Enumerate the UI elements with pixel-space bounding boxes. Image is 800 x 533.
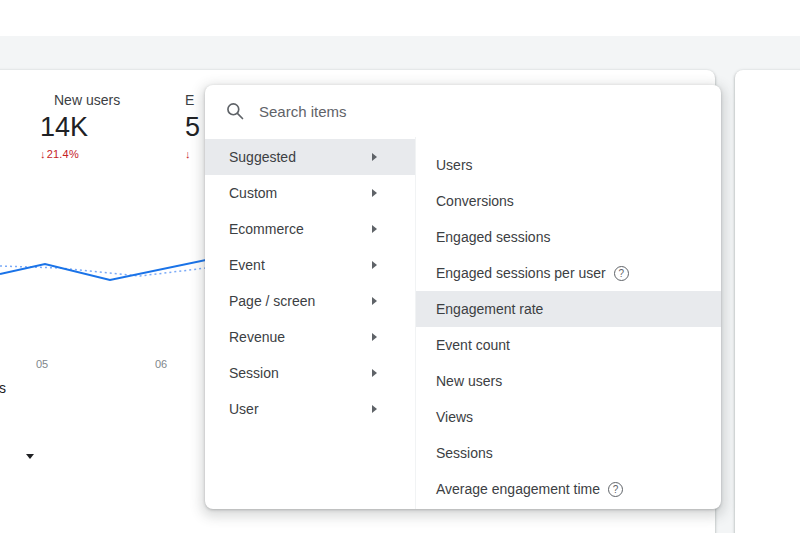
- metric-item-label: Event count: [436, 337, 510, 353]
- category-session[interactable]: Session: [205, 355, 415, 391]
- category-custom[interactable]: Custom: [205, 175, 415, 211]
- search-icon: [225, 101, 245, 121]
- chevron-right-icon: [372, 333, 377, 341]
- search-input[interactable]: [259, 103, 659, 120]
- metric-picker-dialog: Suggested Custom Ecommerce Event Page / …: [205, 85, 721, 509]
- chevron-right-icon: [372, 225, 377, 233]
- metric-new-users[interactable]: New users 14K ↓21.4%: [40, 92, 120, 160]
- category-label: Page / screen: [229, 293, 315, 309]
- metric-value: 5: [185, 112, 200, 142]
- metric-item-label: Conversions: [436, 193, 514, 209]
- x-axis-tick: 05: [36, 358, 48, 370]
- chevron-right-icon: [372, 261, 377, 269]
- top-app-bar: [0, 0, 800, 36]
- metric-item-label: Engaged sessions per user: [436, 265, 606, 281]
- metric-change-value: 21.4%: [47, 148, 79, 160]
- chevron-right-icon: [372, 297, 377, 305]
- metric-item-sessions[interactable]: Sessions: [416, 435, 721, 471]
- category-suggested[interactable]: Suggested: [205, 139, 415, 175]
- metric-value: 14K: [40, 112, 120, 142]
- category-ecommerce[interactable]: Ecommerce: [205, 211, 415, 247]
- category-revenue[interactable]: Revenue: [205, 319, 415, 355]
- category-label: Ecommerce: [229, 221, 304, 237]
- picker-columns: Suggested Custom Ecommerce Event Page / …: [205, 137, 721, 509]
- category-user[interactable]: User: [205, 391, 415, 427]
- metric-label: New users: [54, 92, 120, 108]
- category-page-screen[interactable]: Page / screen: [205, 283, 415, 319]
- category-list: Suggested Custom Ecommerce Event Page / …: [205, 137, 415, 509]
- metric-item-new-users[interactable]: New users: [416, 363, 721, 399]
- metric-change: ↓: [185, 148, 200, 160]
- metric-item-event-count[interactable]: Event count: [416, 327, 721, 363]
- metric-engaged-partial[interactable]: E 5 ↓: [185, 92, 200, 160]
- metric-change: ↓21.4%: [40, 148, 120, 160]
- metric-item-label: New users: [436, 373, 502, 389]
- metric-item-label: Users: [436, 157, 473, 173]
- metric-item-label: Sessions: [436, 445, 493, 461]
- metric-label: E: [185, 92, 200, 108]
- metric-item-label: Average engagement time: [436, 481, 600, 497]
- metric-item-label: Views: [436, 409, 473, 425]
- category-label: Custom: [229, 185, 277, 201]
- metric-item-users[interactable]: Users: [416, 147, 721, 183]
- category-event[interactable]: Event: [205, 247, 415, 283]
- category-label: User: [229, 401, 259, 417]
- dropdown-caret-icon[interactable]: [26, 454, 34, 459]
- line-chart: [0, 250, 206, 312]
- chevron-right-icon: [372, 405, 377, 413]
- chevron-right-icon: [372, 369, 377, 377]
- metric-item-conversions[interactable]: Conversions: [416, 183, 721, 219]
- category-label: Event: [229, 257, 265, 273]
- x-axis-tick: 06: [155, 358, 167, 370]
- metric-item-label: Engagement rate: [436, 301, 543, 317]
- category-label: Revenue: [229, 329, 285, 345]
- category-label: Session: [229, 365, 279, 381]
- metric-item-engaged-sessions-per-user[interactable]: Engaged sessions per user ?: [416, 255, 721, 291]
- chevron-right-icon: [372, 153, 377, 161]
- metric-item-average-engagement-time[interactable]: Average engagement time ?: [416, 471, 721, 507]
- legend-text-fragment: s: [0, 380, 6, 396]
- metric-list: Users Conversions Engaged sessions Engag…: [415, 137, 721, 509]
- chart-solid-series: [0, 260, 206, 280]
- metric-item-label: Engaged sessions: [436, 229, 550, 245]
- category-label: Suggested: [229, 149, 296, 165]
- metric-item-engaged-sessions[interactable]: Engaged sessions: [416, 219, 721, 255]
- search-row: [205, 85, 721, 137]
- help-icon[interactable]: ?: [608, 482, 623, 497]
- down-arrow-icon: ↓: [40, 148, 46, 160]
- metric-item-engagement-rate[interactable]: Engagement rate: [416, 291, 721, 327]
- adjacent-card: [735, 70, 800, 533]
- chevron-right-icon: [372, 189, 377, 197]
- metric-item-views[interactable]: Views: [416, 399, 721, 435]
- down-arrow-icon: ↓: [185, 148, 191, 160]
- help-icon[interactable]: ?: [614, 266, 629, 281]
